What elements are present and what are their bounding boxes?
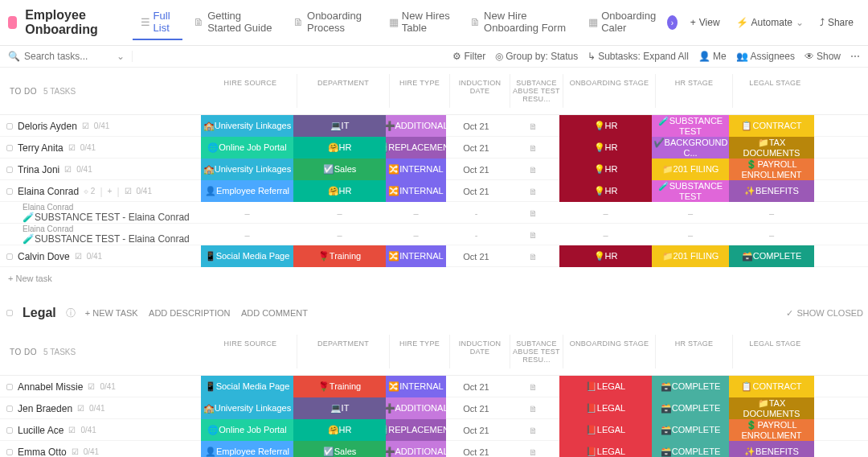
tag-cell[interactable]: ➕ADDITIONAL [386, 441, 446, 457]
task-name[interactable]: Terry Anita [18, 142, 63, 154]
tab-getting-started[interactable]: 🗎Getting Started Guide [186, 5, 282, 40]
table-row[interactable]: Terry Anita☑0/41 🌐Online Job Portal🤗HR🔄R… [0, 137, 868, 159]
status-dot[interactable] [6, 449, 13, 455]
doc-icon[interactable]: 🗎 [506, 115, 559, 137]
chevron-down-icon[interactable]: ⌄ [117, 51, 125, 62]
tag-cell[interactable]: ✔️BACKGROUND C... [652, 137, 729, 159]
date-cell[interactable]: Oct 21 [446, 180, 506, 202]
tag-cell[interactable]: 🗃️COMPLETE [652, 419, 729, 441]
tag-cell[interactable]: 🏫University Linkages [201, 159, 293, 180]
tag-cell[interactable]: 📋CONTRACT [729, 376, 814, 397]
group-label-todo-2[interactable]: TO DO [3, 348, 43, 356]
me-button[interactable]: 👤 Me [698, 51, 727, 62]
tag-cell[interactable]: 🧪SUBSTANCE TEST [652, 180, 729, 202]
new-task-legal[interactable]: + NEW TASK [85, 308, 138, 318]
more-icon[interactable]: ⋯ [850, 51, 860, 62]
tab-onboarding-calendar[interactable]: ▦Onboarding Caler [580, 5, 664, 40]
task-name[interactable]: Deloris Ayden [18, 121, 77, 132]
tag-cell[interactable]: 💻IT [293, 397, 386, 419]
tag-cell[interactable]: 🗃️COMPLETE [652, 397, 729, 419]
tag-cell[interactable]: ☑️Sales [293, 159, 386, 180]
tag-cell[interactable]: 🤗HR [293, 419, 386, 441]
tag-cell[interactable]: 🌐Online Job Portal [201, 137, 293, 159]
share-button[interactable]: ⤴ Share [813, 14, 860, 31]
tag-cell[interactable]: ✨BENEFITS [729, 441, 814, 457]
subtask-row[interactable]: Elaina Conrad🧪SUBSTANCE TEST - Elaina Co… [0, 202, 868, 224]
tag-cell[interactable]: 📁201 FILING [652, 245, 729, 267]
task-name[interactable]: Jen Braeden [18, 403, 72, 414]
status-dot[interactable] [6, 188, 13, 195]
subtasks-button[interactable]: ↳ Subtasks: Expand All [588, 51, 689, 62]
col-hr-stage[interactable]: HR STAGE [655, 74, 732, 108]
date-cell[interactable]: Oct 21 [446, 441, 506, 457]
tag-cell[interactable]: 🧪SUBSTANCE TEST [652, 115, 729, 137]
tab-new-hire-form[interactable]: 🗎New Hire Onboarding Form [462, 5, 577, 40]
tag-cell[interactable]: 🌐Online Job Portal [201, 419, 293, 441]
tag-cell[interactable]: ➕ADDITIONAL [386, 397, 446, 419]
tab-new-hires-table[interactable]: ▦New Hires Table [381, 5, 459, 40]
tag-cell[interactable]: 💡HR [559, 137, 652, 159]
group-label-todo[interactable]: TO DO [3, 87, 43, 96]
group-title-legal[interactable]: Legal [23, 306, 56, 320]
doc-icon[interactable]: 🗎 [506, 180, 559, 202]
tab-full-list[interactable]: ☰Full List [133, 5, 183, 40]
filter-button[interactable]: ⚙ Filter [452, 51, 485, 62]
tag-cell[interactable]: 📁TAX DOCUMENTS [729, 397, 814, 419]
tag-cell[interactable]: ➕ADDITIONAL [386, 115, 446, 137]
date-cell[interactable]: Oct 21 [446, 419, 506, 441]
table-row[interactable]: Emma Otto☑0/41 👤Employee Referral☑️Sales… [0, 441, 868, 457]
date-cell[interactable]: Oct 21 [446, 245, 506, 267]
table-row[interactable]: Calvin Dove☑0/41 📱Social Media Page🌹Trai… [0, 245, 868, 267]
tag-cell[interactable]: 📁201 FILING [652, 159, 729, 180]
tag-cell[interactable]: ✨BENEFITS [729, 180, 814, 202]
tab-onboarding-process[interactable]: 🗎Onboarding Process [285, 5, 378, 40]
status-dot[interactable] [6, 384, 13, 390]
view-button[interactable]: + View [684, 14, 727, 31]
tag-cell[interactable]: 🌹Training [293, 376, 386, 397]
tag-cell[interactable]: 🔄REPLACEMENT [386, 137, 446, 159]
assignees-button[interactable]: 👥 Assignees [736, 51, 795, 62]
status-dot[interactable] [6, 406, 13, 412]
tag-cell[interactable]: 📁TAX DOCUMENTS [729, 137, 814, 159]
doc-icon[interactable]: 🗎 [506, 159, 559, 180]
col-hire-source[interactable]: HIRE SOURCE [204, 74, 297, 108]
status-dot[interactable] [6, 123, 13, 130]
tag-cell[interactable]: 👤Employee Referral [201, 180, 293, 202]
table-row[interactable]: Jen Braeden☑0/41 🏫University Linkages💻IT… [0, 397, 868, 419]
tag-cell[interactable]: 👤Employee Referral [201, 441, 293, 457]
tag-cell[interactable]: 📋CONTRACT [729, 115, 814, 137]
table-row[interactable]: Trina Joni☑0/41 🏫University Linkages☑️Sa… [0, 159, 868, 180]
col-induction-date[interactable]: INDUCTION DATE [449, 74, 510, 108]
tag-cell[interactable]: 💡HR [559, 245, 652, 267]
search-input[interactable] [24, 51, 113, 62]
tag-cell[interactable]: 🗃️COMPLETE [729, 245, 814, 267]
new-task-button[interactable]: + New task [0, 267, 868, 290]
tag-cell[interactable]: 🤗HR [293, 137, 386, 159]
tag-cell[interactable]: 📕LEGAL [559, 397, 652, 419]
task-name[interactable]: Trina Joni [18, 164, 59, 175]
doc-icon[interactable]: 🗎 [506, 245, 559, 267]
tag-cell[interactable]: 🗃️COMPLETE [652, 376, 729, 397]
task-name[interactable]: Calvin Dove [18, 251, 70, 262]
status-dot[interactable] [6, 145, 13, 151]
task-name[interactable]: Annabel Missie [18, 381, 83, 393]
status-dot[interactable] [6, 253, 13, 260]
tag-cell[interactable]: 📕LEGAL [559, 376, 652, 397]
tag-cell[interactable]: 💻IT [293, 115, 386, 137]
doc-icon[interactable]: 🗎 [506, 376, 559, 397]
date-cell[interactable]: Oct 21 [446, 397, 506, 419]
task-name[interactable]: Emma Otto [18, 447, 67, 458]
tag-cell[interactable]: 📱Social Media Page [201, 376, 293, 397]
status-dot[interactable] [6, 427, 13, 434]
tag-cell[interactable]: 💲PAYROLL ENROLLMENT [729, 159, 814, 180]
task-name[interactable]: Lucille Ace [18, 425, 63, 436]
doc-icon[interactable]: 🗎 [506, 397, 559, 419]
add-comment[interactable]: ADD COMMENT [241, 308, 308, 318]
show-closed-button[interactable]: ✓ SHOW CLOSED [786, 308, 863, 319]
table-row[interactable]: Annabel Missie☑0/41 📱Social Media Page🌹T… [0, 376, 868, 397]
tag-cell[interactable]: 🏫University Linkages [201, 397, 293, 419]
doc-icon[interactable]: 🗎 [506, 441, 559, 457]
tabs-overflow[interactable]: › [667, 15, 678, 30]
col-department[interactable]: DEPARTMENT [297, 74, 389, 108]
tag-cell[interactable]: 📕LEGAL [559, 419, 652, 441]
